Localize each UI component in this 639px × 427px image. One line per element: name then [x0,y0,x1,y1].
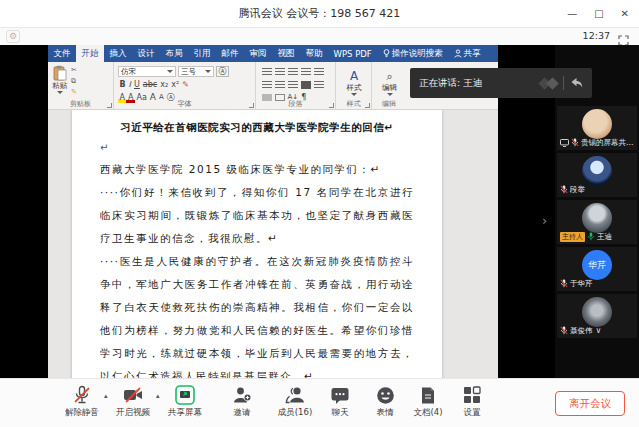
avatar-initials: 华芹 [588,259,606,272]
font-dialog-launcher[interactable] [249,103,254,108]
line-spacing-icon[interactable] [314,81,324,89]
paste-dropdown-icon[interactable] [57,91,63,94]
align-right-icon[interactable] [288,81,298,89]
clipboard-dialog-launcher[interactable] [107,103,112,108]
multilevel-list-icon[interactable] [288,68,298,76]
tab-insert[interactable]: 插入 [104,45,132,62]
participant-name: 贵锡的屏幕共… [581,138,634,148]
chevron-down-icon [351,93,357,96]
decrease-indent-icon[interactable] [301,68,311,76]
document-page[interactable]: 习近平给在首钢医院实习的西藏大学医学院学生的回信↵ ↵ 西藏大学医学院 2015… [72,110,442,378]
chevron-down-icon [167,70,173,73]
superscript-button[interactable]: x² [170,79,181,90]
share-screen-button[interactable]: 共享屏幕 [157,385,213,419]
ribbon-group-styles: A 样式 样式 [336,62,372,109]
logo-icon [546,77,559,90]
participant-name: 段举 [570,185,585,195]
titlebar: 腾讯会议 会议号：198 567 421 — □ ✕ [0,0,639,28]
start-video-button[interactable]: 开启视频 [105,385,161,419]
styles-icon: A [350,70,358,83]
unmute-button[interactable]: 解除静音 [54,385,110,419]
share-screen-icon [175,385,195,405]
tab-layout[interactable]: 布局 [160,45,188,62]
paragraph: ····医生是人民健康的守护者。在这次新冠肺炎疫情防控斗争中，军地广大医务工作者… [100,250,414,378]
tab-mailings[interactable]: 邮件 [216,45,244,62]
tab-view[interactable]: 视图 [272,45,300,62]
tab-home[interactable]: 开始 [76,45,104,62]
smiley-icon [376,386,395,405]
maximize-icon[interactable]: □ [594,9,603,19]
justify-icon[interactable] [301,81,311,89]
mic-muted-icon [560,279,568,288]
subscript-button[interactable]: x₂ [159,79,170,90]
align-left-icon[interactable] [262,81,272,89]
participant-tile-host[interactable]: 主持人 王迪 [557,200,637,244]
bold-button[interactable]: B [118,79,127,90]
tab-tell-me[interactable]: 操作说明搜索 [377,45,448,62]
mic-muted-icon [560,326,568,335]
document-area: 习近平给在首钢医院实习的西藏大学医学院学生的回信↵ ↵ 西藏大学医学院 2015… [48,110,498,378]
chevron-down-icon [387,93,393,96]
copy-icon[interactable]: ⧉ [71,76,77,86]
styles-dialog-launcher[interactable] [365,103,370,108]
tab-help[interactable]: 帮助 [300,45,328,62]
window-controls: — □ ✕ [567,0,629,27]
editing-button[interactable]: ⌕ 编辑 [376,70,403,96]
lightbulb-icon [383,49,390,58]
invite-button[interactable]: 邀请 [214,385,270,419]
strikethrough-button[interactable]: abc [141,79,158,90]
settings-button[interactable]: 设置 [444,385,500,419]
mic-muted-icon [560,185,568,194]
numbering-icon[interactable] [275,68,285,76]
participant-tile[interactable]: 聂俊伟 ∨ [557,294,637,338]
tab-references[interactable]: 引用 [188,45,216,62]
chevron-down-icon[interactable]: ∨ [596,326,602,335]
bullets-icon[interactable] [262,68,272,76]
underline-button[interactable]: U [132,79,141,90]
participant-tile[interactable]: 华芹 于华芹 [557,247,637,291]
invite-icon [232,385,252,405]
leave-meeting-button[interactable]: 离开会议 [555,391,625,416]
avatar [582,156,612,186]
format-painter-icon[interactable]: ✎ [71,87,77,97]
ribbon-group-font: 仿宋 三号 Ⓐ B I U abc x₂ x² ✎ A [114,62,256,109]
paragraph: 西藏大学医学院 2015 级临床医学专业的同学们：↵ [100,158,414,181]
meeting-toolbar: 解除静音 ▴ 开启视频 ▴ 共享屏幕 邀请 成 [0,378,639,427]
font-name-select[interactable]: 仿宋 [118,66,176,77]
ribbon-tab-bar: 文件 开始 插入 设计 布局 引用 邮件 审阅 视图 帮助 WPS PDF 操作… [48,45,498,62]
gear-icon[interactable]: ⚙ [6,30,20,43]
phonetic-guide-icon[interactable]: Ⓐ [216,66,229,77]
participant-tile[interactable]: 段举 [557,153,637,197]
tab-file[interactable]: 文件 [48,45,76,62]
ribbon-group-clipboard: 粘贴 ✂ ⧉ ✎ 剪贴板 [48,62,114,109]
paragraph-dialog-launcher[interactable] [329,103,334,108]
align-center-icon[interactable] [275,81,285,89]
chat-icon [330,386,350,405]
participant-tile-screen-share[interactable]: 贵锡的屏幕共… [557,106,637,150]
sidebar-collapse-icon[interactable]: › [542,213,547,228]
styles-button[interactable]: A 样式 [340,70,368,96]
mic-muted-icon [571,138,579,147]
meeting-time: 12:37 [583,30,610,41]
reply-arrow-icon[interactable] [570,77,583,89]
minimize-icon[interactable]: — [567,9,577,19]
participant-name: 王迪 [597,232,612,242]
cut-icon[interactable]: ✂ [71,65,77,75]
close-icon[interactable]: ✕ [621,9,629,19]
text-effects-icon[interactable]: ✎ [181,79,191,90]
tab-share[interactable]: 共享 [448,45,486,62]
tab-review[interactable]: 审阅 [244,45,272,62]
document-title: 习近平给在首钢医院实习的西藏大学医学院学生的回信↵ [100,116,414,138]
blank-line: ↵ [100,138,414,158]
tab-design[interactable]: 设计 [132,45,160,62]
screen-share-icon [560,139,569,147]
avatar [582,203,612,233]
participant-name: 聂俊伟 [570,326,593,336]
increase-indent-icon[interactable] [314,68,324,76]
search-icon: ⌕ [386,70,392,83]
paste-button[interactable]: 粘贴 [52,65,67,97]
font-size-select[interactable]: 三号 [178,66,214,77]
clipboard-icon [52,65,67,81]
avatar [582,109,612,139]
tab-wps-pdf[interactable]: WPS PDF [328,45,377,62]
